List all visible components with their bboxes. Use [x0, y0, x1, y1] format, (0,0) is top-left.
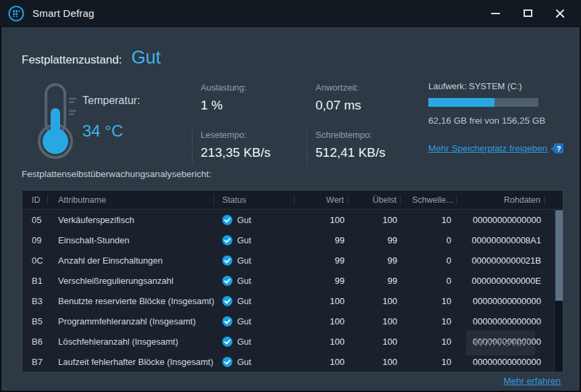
cell-status: Gut — [214, 235, 295, 245]
status-text: Gut — [237, 296, 251, 306]
cell-attribute-name: Verschleißregulierungsanzahl — [48, 276, 214, 286]
cell-status: Gut — [214, 255, 295, 266]
cell-attribute-name: Anzahl der Einschaltungen — [48, 255, 214, 266]
table-scrollbar-thumb[interactable] — [555, 210, 563, 301]
report-title: Festplattenselbstüberwachungsanalyseberi… — [22, 169, 211, 179]
cell-wert: 100 — [295, 296, 348, 306]
cell-attribute-name: Programmfehleranzahl (Insgesamt) — [48, 316, 214, 326]
table-row[interactable]: 05 Verkäuferspezifisch Gut 100 100 10 00… — [22, 210, 563, 230]
drive-block: Laufwerk: SYSTEM (C:) 62,16 GB frei von … — [428, 81, 563, 153]
cell-id: B6 — [22, 337, 48, 347]
table-row[interactable]: B6 Löschfehleranzahl (Insgesamt) Gut 100… — [22, 331, 563, 351]
status-text: Gut — [237, 276, 251, 286]
write-speed-block: Schreibtempo: 512,41 KB/s — [307, 128, 427, 164]
cell-rohdaten: 0000000000000E — [457, 276, 545, 286]
stat-col-response: Anwortzeit: 0,07 ms Schreibtempo: 512,41… — [315, 82, 427, 164]
cell-wert: 99 — [295, 235, 348, 245]
cell-schwelle: 0 — [401, 235, 457, 245]
drive-label: Laufwerk: SYSTEM (C:) — [428, 81, 563, 91]
cell-id: B3 — [22, 296, 48, 306]
cell-wert: 99 — [295, 255, 348, 266]
title-bar: Smart Defrag — [0, 0, 581, 27]
status-text: Gut — [237, 337, 251, 347]
smart-report-table: ID Attributname Status Wert Übelst Schwe… — [22, 190, 563, 372]
cell-status: Gut — [214, 276, 295, 286]
col-header-id[interactable]: ID — [22, 195, 48, 205]
table-row[interactable]: B5 Programmfehleranzahl (Insgesamt) Gut … — [22, 311, 563, 331]
table-header: ID Attributname Status Wert Übelst Schwe… — [22, 191, 563, 210]
minimize-button[interactable] — [488, 6, 503, 21]
cell-id: 09 — [22, 235, 48, 245]
status-text: Gut — [237, 235, 251, 245]
cell-uebelst: 99 — [348, 276, 401, 286]
cell-rohdaten: 00000000000000 — [457, 357, 545, 367]
minimize-icon — [491, 13, 500, 14]
close-icon — [555, 9, 565, 18]
status-text: Gut — [237, 255, 251, 266]
col-header-status[interactable]: Status — [214, 195, 295, 205]
disk-health-label: Festplattenzustand: — [22, 53, 122, 67]
maximize-button[interactable] — [520, 6, 535, 21]
cell-schwelle: 10 — [401, 316, 457, 326]
table-row[interactable]: 09 Einschalt-Stunden Gut 99 99 0 0000000… — [22, 230, 563, 250]
col-header-rohdaten[interactable]: Rohdaten — [457, 195, 545, 205]
table-row[interactable]: B3 Benutzte reservierte Blöcke (Insgesam… — [22, 291, 563, 311]
cell-wert: 100 — [295, 337, 348, 347]
usage-label: Auslastung: — [201, 82, 312, 93]
cell-schwelle: 10 — [401, 357, 457, 367]
col-header-wert[interactable]: Wert — [295, 195, 348, 205]
response-time-value: 0,07 ms — [315, 98, 427, 113]
table-scrollbar[interactable] — [554, 210, 563, 372]
help-badge[interactable]: ? — [554, 143, 563, 153]
drive-usage-fill — [428, 98, 495, 107]
drive-usage-bar — [428, 98, 538, 107]
col-header-schwelle[interactable]: Schwelle... — [401, 195, 457, 205]
app-logo-icon — [8, 5, 24, 22]
cell-attribute-name: Verkäuferspezifisch — [48, 215, 214, 225]
disk-health: Festplattenzustand: Gut — [22, 47, 161, 68]
cell-rohdaten: 00000000000000 — [457, 337, 545, 347]
cell-attribute-name: Einschalt-Stunden — [48, 235, 214, 245]
status-ok-icon — [222, 357, 232, 367]
cell-uebelst: 100 — [348, 215, 401, 225]
cell-id: 0C — [22, 255, 48, 266]
cell-status: Gut — [214, 337, 295, 347]
cell-status: Gut — [214, 357, 295, 367]
cell-id: B7 — [22, 357, 48, 367]
close-button[interactable] — [553, 6, 567, 21]
cell-status: Gut — [214, 215, 295, 225]
table-row[interactable]: 0C Anzahl der Einschaltungen Gut 99 99 0… — [22, 250, 563, 270]
status-ok-icon — [222, 276, 232, 286]
cell-schwelle: 10 — [401, 296, 457, 306]
col-header-name[interactable]: Attributname — [48, 195, 214, 205]
cell-rohdaten: 000000000008A1 — [457, 235, 545, 245]
learn-more-link[interactable]: Mehr erfahren — [503, 376, 561, 386]
temperature-block: Temperatur: 34 °C — [82, 95, 140, 141]
cell-schwelle: 0 — [401, 276, 457, 286]
cell-schwelle: 0 — [401, 255, 457, 266]
write-speed-label: Schreibtempo: — [315, 130, 427, 140]
status-ok-icon — [222, 316, 232, 326]
thermometer-icon — [34, 82, 80, 160]
cell-schwelle: 10 — [401, 337, 457, 347]
drive-free-space: 62,16 GB frei von 156,25 GB — [428, 116, 563, 126]
cell-id: 05 — [22, 215, 48, 225]
temperature-value: 34 °C — [82, 122, 140, 141]
temperature-label: Temperatur: — [82, 95, 140, 107]
cell-uebelst: 99 — [348, 235, 401, 245]
response-time-label: Anwortzeit: — [315, 82, 427, 93]
col-header-uebelst[interactable]: Übelst — [348, 195, 401, 205]
usage-value: 1 % — [201, 98, 312, 113]
cell-wert: 100 — [295, 316, 348, 326]
cell-attribute-name: Benutzte reservierte Blöcke (Insgesamt) — [48, 296, 214, 306]
disk-health-value: Gut — [131, 47, 161, 68]
status-text: Gut — [237, 215, 251, 225]
write-speed-value: 512,41 KB/s — [315, 145, 427, 160]
status-text: Gut — [237, 316, 251, 326]
cell-id: B5 — [22, 316, 48, 326]
table-row[interactable]: B7 Laufzeit fehlerhafter Blöcke (Insgesa… — [22, 351, 563, 372]
free-up-space-link[interactable]: Mehr Speicherplatz freigeben — [428, 143, 547, 153]
report-table-body: 05 Verkäuferspezifisch Gut 100 100 10 00… — [22, 210, 563, 372]
status-text: Gut — [237, 357, 251, 367]
table-row[interactable]: B1 Verschleißregulierungsanzahl Gut 99 9… — [22, 270, 563, 291]
